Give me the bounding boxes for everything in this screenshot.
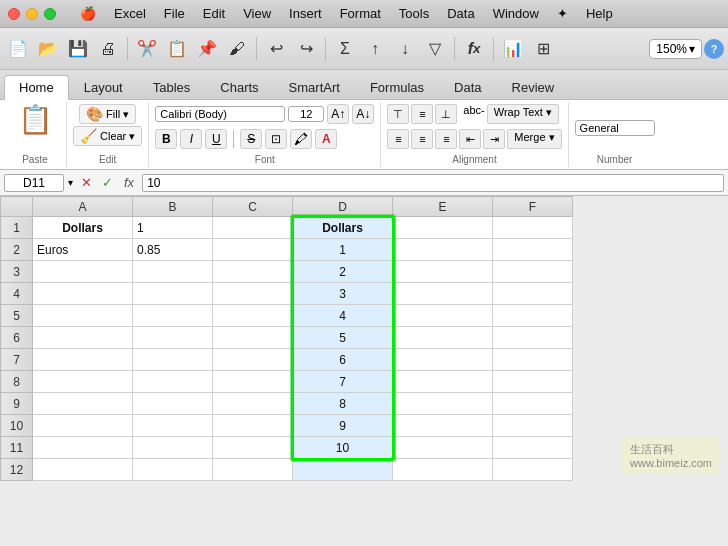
autosum-button[interactable]: Σ [331, 35, 359, 63]
undo-button[interactable]: ↩ [262, 35, 290, 63]
cell[interactable]: 6 [293, 349, 393, 371]
cell[interactable] [33, 371, 133, 393]
cell[interactable] [393, 437, 493, 459]
cell[interactable] [133, 305, 213, 327]
cell[interactable] [33, 349, 133, 371]
row-header-6[interactable]: 6 [1, 327, 33, 349]
cell[interactable] [393, 305, 493, 327]
cell[interactable] [213, 371, 293, 393]
col-header-C[interactable]: C [213, 197, 293, 217]
tab-layout[interactable]: Layout [69, 75, 138, 100]
new-button[interactable]: 📄 [4, 35, 32, 63]
cell[interactable] [393, 217, 493, 239]
cell[interactable]: 1 [133, 217, 213, 239]
cell[interactable]: 1 [293, 239, 393, 261]
maximize-button[interactable] [44, 8, 56, 20]
cell[interactable] [213, 305, 293, 327]
merge-button[interactable]: Merge ▾ [507, 129, 561, 149]
cell[interactable] [213, 261, 293, 283]
print-button[interactable]: 🖨 [94, 35, 122, 63]
menu-insert[interactable]: Insert [281, 4, 330, 23]
sort-asc-button[interactable]: ↑ [361, 35, 389, 63]
cell[interactable] [393, 371, 493, 393]
cell[interactable]: 7 [293, 371, 393, 393]
cell[interactable] [393, 415, 493, 437]
cell[interactable] [213, 459, 293, 481]
paste-button[interactable]: 📋 [10, 104, 60, 136]
cell[interactable] [493, 327, 573, 349]
col-header-E[interactable]: E [393, 197, 493, 217]
align-top-button[interactable]: ⊤ [387, 104, 409, 124]
menu-help[interactable]: Help [578, 4, 621, 23]
cell[interactable] [493, 393, 573, 415]
cell[interactable] [393, 393, 493, 415]
cell[interactable] [213, 437, 293, 459]
clear-button[interactable]: 🧹 Clear ▾ [73, 126, 142, 146]
cell[interactable] [133, 261, 213, 283]
cell[interactable] [493, 305, 573, 327]
cell-ref-dropdown[interactable]: ▾ [68, 177, 73, 188]
cell[interactable] [493, 239, 573, 261]
open-button[interactable]: 📂 [34, 35, 62, 63]
cell[interactable] [393, 349, 493, 371]
align-middle-button[interactable]: ≡ [411, 104, 433, 124]
cell[interactable]: 8 [293, 393, 393, 415]
tab-formulas[interactable]: Formulas [355, 75, 439, 100]
increase-font-button[interactable]: A↑ [327, 104, 349, 124]
cell[interactable] [393, 459, 493, 481]
cell[interactable] [133, 371, 213, 393]
cell[interactable] [493, 415, 573, 437]
menu-window[interactable]: Window [485, 4, 547, 23]
cell[interactable]: 4 [293, 305, 393, 327]
cell[interactable] [493, 283, 573, 305]
save-button[interactable]: 💾 [64, 35, 92, 63]
cell[interactable] [133, 459, 213, 481]
cell[interactable] [393, 261, 493, 283]
tab-tables[interactable]: Tables [138, 75, 206, 100]
paste-toolbar-button[interactable]: 📌 [193, 35, 221, 63]
menu-view[interactable]: View [235, 4, 279, 23]
sort-desc-button[interactable]: ↓ [391, 35, 419, 63]
format-painter-button[interactable]: 🖌 [223, 35, 251, 63]
row-header-8[interactable]: 8 [1, 371, 33, 393]
help-button[interactable]: ? [704, 39, 724, 59]
cell[interactable]: Dollars [33, 217, 133, 239]
cell[interactable] [213, 393, 293, 415]
cell[interactable] [493, 217, 573, 239]
cell[interactable] [493, 459, 573, 481]
tab-data[interactable]: Data [439, 75, 496, 100]
cell[interactable] [33, 283, 133, 305]
row-header-5[interactable]: 5 [1, 305, 33, 327]
menu-format[interactable]: Format [332, 4, 389, 23]
row-header-2[interactable]: 2 [1, 239, 33, 261]
cell[interactable] [133, 327, 213, 349]
cell[interactable] [393, 239, 493, 261]
cell[interactable] [493, 349, 573, 371]
cell[interactable] [493, 437, 573, 459]
fill-button[interactable]: 🎨 Fill ▾ [79, 104, 136, 124]
bold-button[interactable]: B [155, 129, 177, 149]
cell[interactable] [133, 283, 213, 305]
tab-review[interactable]: Review [497, 75, 570, 100]
cell[interactable]: Euros [33, 239, 133, 261]
wrap-text-button[interactable]: Wrap Text ▾ [487, 104, 559, 124]
cell[interactable] [33, 393, 133, 415]
fill-color-button[interactable]: 🖍 [290, 129, 312, 149]
zoom-box[interactable]: 150% ▾ [649, 39, 702, 59]
cell[interactable] [213, 239, 293, 261]
function-button[interactable]: fx [460, 35, 488, 63]
cell[interactable]: 2 [293, 261, 393, 283]
cell[interactable] [213, 217, 293, 239]
cell[interactable] [133, 349, 213, 371]
cell[interactable] [213, 327, 293, 349]
cell[interactable] [33, 459, 133, 481]
col-header-F[interactable]: F [493, 197, 573, 217]
tab-smartart[interactable]: SmartArt [274, 75, 355, 100]
cell[interactable] [213, 283, 293, 305]
cell[interactable] [493, 371, 573, 393]
row-header-9[interactable]: 9 [1, 393, 33, 415]
italic-button[interactable]: I [180, 129, 202, 149]
row-header-11[interactable]: 11 [1, 437, 33, 459]
close-button[interactable] [8, 8, 20, 20]
tables-button[interactable]: ⊞ [529, 35, 557, 63]
